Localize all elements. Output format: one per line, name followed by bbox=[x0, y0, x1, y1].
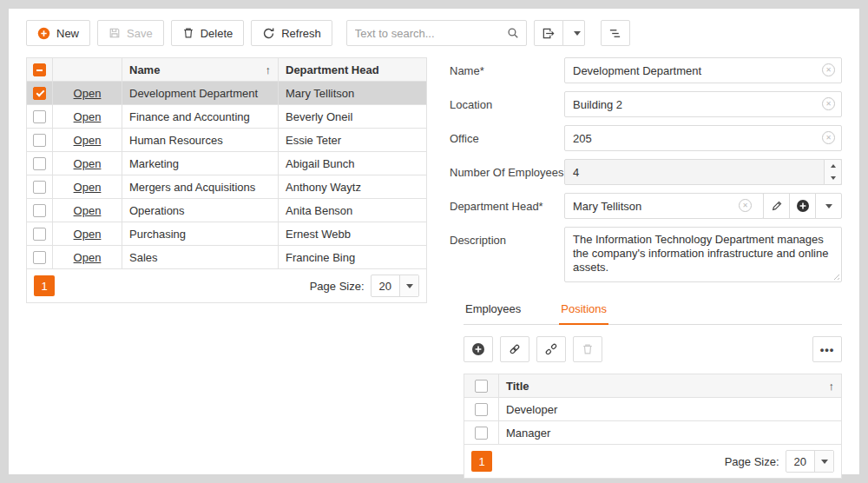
name-header-label: Name bbox=[129, 63, 160, 76]
row-checkbox[interactable] bbox=[33, 157, 46, 170]
table-row[interactable]: Open Marketing Abigail Bunch bbox=[27, 152, 427, 175]
add-position-button[interactable] bbox=[464, 336, 493, 362]
location-field[interactable] bbox=[564, 91, 842, 117]
plus-circle-icon bbox=[471, 342, 485, 356]
trash-icon bbox=[182, 27, 194, 39]
open-link[interactable]: Open bbox=[74, 134, 102, 147]
page-number[interactable]: 1 bbox=[471, 451, 492, 472]
description-field[interactable]: The Information Technology Department ma… bbox=[564, 227, 842, 282]
select-all-header[interactable] bbox=[27, 58, 53, 82]
office-field[interactable] bbox=[564, 125, 842, 151]
row-checkbox[interactable] bbox=[475, 427, 488, 440]
add-head-button[interactable] bbox=[789, 193, 816, 219]
search-icon[interactable] bbox=[500, 21, 526, 45]
number-of-employees-field[interactable] bbox=[564, 159, 842, 185]
export-split-button bbox=[534, 20, 585, 46]
table-row[interactable]: Open Mergers and Acquisitions Anthony Wa… bbox=[27, 175, 427, 199]
page-size-select[interactable]: 20 bbox=[786, 450, 834, 473]
spin-up-icon[interactable] bbox=[825, 160, 841, 172]
head-dropdown-button[interactable] bbox=[815, 193, 842, 219]
spin-down-icon[interactable] bbox=[825, 172, 841, 184]
head-cell: Abigail Bunch bbox=[279, 152, 427, 175]
open-link[interactable]: Open bbox=[74, 204, 102, 217]
open-link[interactable]: Open bbox=[74, 87, 102, 100]
open-link[interactable]: Open bbox=[74, 110, 102, 123]
open-link[interactable]: Open bbox=[74, 157, 102, 170]
head-cell: Francine Bing bbox=[279, 246, 427, 269]
open-link[interactable]: Open bbox=[74, 251, 102, 264]
page-size-select[interactable]: 20 bbox=[371, 275, 419, 297]
chevron-down-icon bbox=[821, 460, 828, 464]
export-dropdown-button[interactable] bbox=[562, 20, 585, 46]
tab-employees[interactable]: Employees bbox=[464, 296, 523, 324]
name-cell: Finance and Accounting bbox=[122, 105, 279, 129]
pencil-icon bbox=[771, 200, 783, 212]
clear-icon[interactable] bbox=[822, 131, 835, 144]
row-checkbox[interactable] bbox=[33, 134, 46, 147]
row-checkbox[interactable] bbox=[33, 181, 46, 194]
row-checkbox[interactable] bbox=[33, 251, 46, 264]
location-field-label: Location bbox=[450, 91, 564, 117]
table-row[interactable]: Open Purchasing Ernest Webb bbox=[27, 222, 427, 246]
form-row-name: Name* bbox=[450, 57, 842, 83]
name-field[interactable] bbox=[564, 57, 842, 83]
name-field-label: Name* bbox=[450, 57, 564, 83]
delete-button[interactable]: Delete bbox=[171, 20, 245, 46]
tab-positions[interactable]: Positions bbox=[559, 296, 608, 325]
select-all-header[interactable] bbox=[464, 374, 499, 398]
table-row[interactable]: Open Operations Anita Benson bbox=[27, 199, 427, 222]
employees-field-label: Number Of Employees bbox=[450, 159, 564, 185]
export-button[interactable] bbox=[534, 20, 563, 46]
new-button[interactable]: New bbox=[26, 20, 90, 46]
open-link[interactable]: Open bbox=[74, 181, 102, 194]
edit-head-button[interactable] bbox=[763, 193, 790, 219]
select-all-checkbox[interactable] bbox=[33, 63, 46, 76]
table-row[interactable]: Manager bbox=[464, 421, 842, 445]
positions-toolbar: ••• bbox=[464, 336, 842, 362]
content-area: Name ↑ Department Head Open Development … bbox=[9, 55, 859, 479]
title-column-header[interactable]: Title ↑ bbox=[499, 374, 842, 398]
link-button[interactable] bbox=[500, 336, 529, 362]
refresh-button[interactable]: Refresh bbox=[251, 20, 332, 46]
delete-position-button[interactable] bbox=[573, 336, 602, 362]
table-row[interactable]: Open Finance and Accounting Beverly Onei… bbox=[27, 105, 427, 129]
row-checkbox[interactable] bbox=[33, 87, 46, 100]
clear-icon[interactable] bbox=[739, 199, 752, 212]
clear-icon[interactable] bbox=[822, 63, 835, 76]
table-row[interactable]: Developer bbox=[464, 398, 842, 421]
column-chooser-button[interactable] bbox=[601, 20, 630, 46]
row-checkbox[interactable] bbox=[475, 403, 488, 416]
title-header-label: Title bbox=[506, 380, 529, 393]
departments-table: Name ↑ Department Head Open Development … bbox=[26, 57, 427, 269]
edit-form: Name* Location Office bbox=[450, 57, 842, 479]
select-all-checkbox[interactable] bbox=[475, 380, 488, 393]
export-icon bbox=[542, 27, 555, 40]
row-checkbox[interactable] bbox=[33, 110, 46, 123]
clear-icon[interactable] bbox=[822, 97, 835, 110]
row-checkbox[interactable] bbox=[33, 228, 46, 241]
form-row-description: Description The Information Technology D… bbox=[450, 227, 842, 282]
open-link[interactable]: Open bbox=[74, 228, 102, 241]
department-head-field[interactable] bbox=[564, 193, 764, 219]
department-head-column-header[interactable]: Department Head bbox=[279, 58, 427, 82]
title-cell: Manager bbox=[499, 421, 842, 445]
row-checkbox[interactable] bbox=[33, 204, 46, 217]
sort-ascending-icon: ↑ bbox=[829, 380, 835, 393]
head-cell: Ernest Webb bbox=[279, 222, 427, 246]
table-row[interactable]: Open Development Department Mary Tellits… bbox=[27, 82, 427, 105]
table-row[interactable]: Open Sales Francine Bing bbox=[27, 246, 427, 269]
unlink-button[interactable] bbox=[536, 336, 566, 362]
head-cell: Mary Tellitson bbox=[279, 82, 427, 105]
page-size-value: 20 bbox=[786, 451, 814, 472]
head-cell: Beverly Oneil bbox=[279, 105, 427, 129]
name-column-header[interactable]: Name ↑ bbox=[122, 58, 279, 82]
positions-table: Title ↑ Developer bbox=[464, 374, 842, 445]
page-number[interactable]: 1 bbox=[34, 275, 55, 296]
main-toolbar: New Save Delete Refresh bbox=[9, 9, 859, 55]
save-button[interactable]: Save bbox=[97, 20, 164, 46]
plus-circle-icon bbox=[796, 199, 810, 213]
more-options-button[interactable]: ••• bbox=[812, 336, 842, 362]
chevron-down-icon bbox=[406, 284, 413, 288]
head-cell: Anita Benson bbox=[279, 199, 427, 222]
table-row[interactable]: Open Human Resources Essie Teter bbox=[27, 129, 427, 152]
